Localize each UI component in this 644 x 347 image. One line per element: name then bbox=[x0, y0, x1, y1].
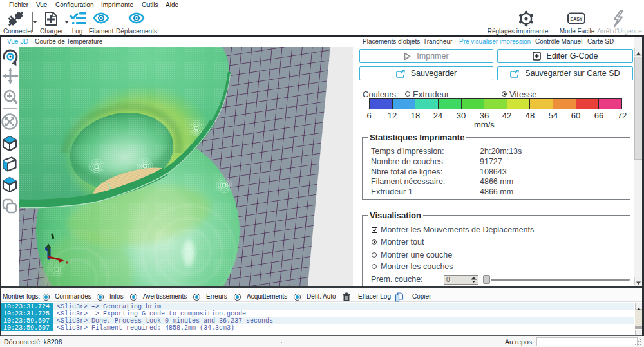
svg-text:x: x bbox=[66, 259, 69, 265]
svg-text:EASY: EASY bbox=[570, 17, 582, 21]
